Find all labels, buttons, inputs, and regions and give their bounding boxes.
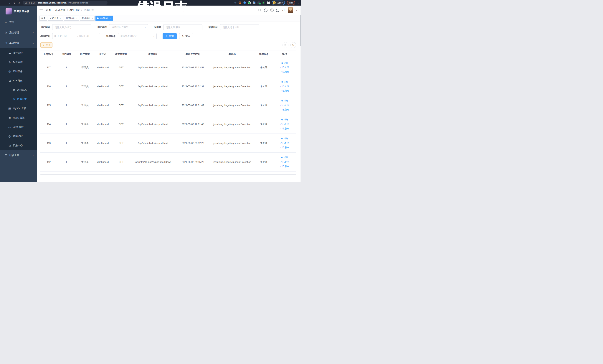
breadcrumb-item: 错误日志 [84, 9, 94, 12]
sidebar-item-trace[interactable]: ◎链路追踪 [0, 132, 37, 141]
action-processed[interactable]: ✓已处理 [280, 66, 289, 69]
bookmark-star-icon[interactable]: ☆ [234, 1, 237, 4]
extension-shield-icon[interactable] [244, 1, 246, 4]
user-type-select[interactable]: 请选择用户类型 ∨ [109, 24, 148, 30]
export-button[interactable]: ↧ 导出 [40, 42, 52, 48]
extensions-puzzle-icon[interactable] [267, 1, 270, 4]
sidebar-item-infra[interactable]: ⊞基础设施∧ [0, 38, 37, 48]
extension-grid-icon[interactable] [253, 1, 255, 4]
github-icon[interactable] [264, 9, 267, 12]
toggle-search-button[interactable] [282, 42, 289, 48]
font-size-icon[interactable]: TT [282, 9, 285, 12]
sidebar-item-file[interactable]: ☁文件管理 [0, 48, 37, 58]
sidebar-item-accesslog[interactable]: ⧉访问日志 [0, 85, 37, 94]
action-ignored[interactable]: ✓已忽略 [280, 165, 289, 168]
action-ignored[interactable]: ✓已忽略 [280, 146, 289, 149]
breadcrumb-item[interactable]: API 日志 [70, 9, 80, 12]
chevron-down-icon: ∨ [153, 35, 155, 37]
hamburger-icon[interactable] [39, 9, 43, 11]
cell-time: 2021-05-03 12:02:31 [176, 77, 210, 96]
action-detail[interactable]: 详细 [281, 99, 288, 102]
user-id-input[interactable] [52, 24, 91, 30]
action-processed[interactable]: ✓已处理 [280, 104, 289, 107]
action-processed[interactable]: ✓已处理 [280, 123, 289, 126]
cell-user-id: 1 [57, 58, 76, 77]
extension-adblock-icon[interactable] [239, 1, 241, 4]
sidebar-item-tool[interactable]: ⚒研发工具∨ [0, 150, 37, 161]
navbar-right-icons: ? TT ▾ [258, 7, 297, 13]
action-detail[interactable]: 详细 [281, 137, 288, 140]
tab-item[interactable]: 首页 [39, 16, 47, 21]
tab-item[interactable]: 错误日志× [95, 16, 113, 21]
extension-leaf-icon[interactable] [262, 1, 265, 4]
filter-row-1: 用户编号 用户类型 请选择用户类型 ∨ 应用名 请求地址 [40, 24, 296, 30]
profile-badge[interactable]: ☻ 已暂停 [272, 0, 285, 5]
horizontal-scrollbar[interactable] [40, 174, 296, 175]
security-label: 不安全 [28, 1, 35, 4]
tab-item[interactable]: 调度日志× [64, 16, 79, 21]
close-icon[interactable]: × [60, 17, 61, 20]
reset-button[interactable]: ↻ 重置 [179, 33, 193, 39]
tab-item[interactable]: 定时任务× [48, 16, 63, 21]
table-row: 1171管理员dashboardGET/api/infra/db-doc/exp… [40, 58, 296, 77]
forward-icon[interactable]: → [8, 1, 10, 4]
breadcrumb-item[interactable]: 首页 [46, 9, 51, 12]
exception-time-range[interactable]: ▦ 开始日期 - 结束日期 [52, 33, 100, 39]
sidebar-item-apilog[interactable]: ⧉API 日志∧ [0, 76, 37, 85]
sidebar-item-gear[interactable]: ⚙系统管理∨ [0, 27, 37, 38]
action-detail[interactable]: 详细 [281, 80, 288, 83]
refresh-table-button[interactable]: ↻ [290, 42, 296, 48]
cell-id: 113 [40, 134, 57, 153]
sidebar-item-mysql[interactable]: ▦MySQL 监控 [0, 104, 37, 113]
action-processed[interactable]: ✓已处理 [280, 141, 289, 145]
sidebar-item-label: 错误日志 [17, 97, 34, 101]
chevron-down-icon[interactable]: ▾ [296, 9, 297, 12]
request-url-input[interactable] [220, 24, 259, 30]
close-icon[interactable]: × [110, 17, 111, 20]
sidebar-item-java[interactable]: ▭Java 监控 [0, 122, 37, 132]
breadcrumb: 首页/基础设施/API 日志/错误日志 [46, 9, 94, 12]
action-ignored[interactable]: ✓已忽略 [280, 89, 289, 92]
action-detail[interactable]: 详细 [281, 118, 288, 121]
sidebar-item-errorlog[interactable]: ⧉错误日志 [0, 94, 37, 104]
extension-switch-icon[interactable] [257, 1, 260, 4]
scrollbar-thumb[interactable] [300, 15, 301, 46]
row-actions: 详细✓已处理✓已忽略 [274, 137, 295, 149]
sidebar-item-home[interactable]: ⌂首页 [0, 17, 37, 27]
sidebar-submenu: ☁文件管理✎配置管理◷定时任务⧉API 日志∧⧉访问日志⧉错误日志▦MySQL … [0, 48, 37, 150]
vertical-scrollbar[interactable] [300, 6, 302, 182]
search-icon[interactable] [258, 9, 261, 12]
action-ignored[interactable]: ✓已忽略 [280, 70, 289, 73]
action-ignored[interactable]: ✓已忽略 [280, 108, 289, 111]
help-icon[interactable]: ? [270, 9, 274, 12]
sidebar-item-config[interactable]: ✎配置管理 [0, 58, 37, 67]
close-icon[interactable]: × [92, 17, 93, 20]
update-button[interactable]: 更新 [287, 1, 295, 5]
tab-item[interactable]: 访问日志× [80, 16, 94, 21]
action-processed[interactable]: ✓已处理 [280, 85, 289, 88]
eye-icon [281, 119, 283, 121]
browser-menu-icon[interactable]: ⋮ [297, 1, 300, 4]
reload-icon[interactable]: ↻ [13, 1, 16, 4]
address-bar[interactable]: ⚠ 不安全 dashboard.yudao.iocoder.cn/infra/l… [23, 1, 107, 5]
home-icon[interactable]: ⌂ [19, 1, 20, 4]
action-detail[interactable]: 详细 [281, 156, 288, 159]
close-icon[interactable]: × [76, 17, 77, 20]
back-icon[interactable]: ← [2, 1, 5, 4]
action-ignored[interactable]: ✓已忽略 [280, 127, 289, 130]
sidebar-item-job[interactable]: ◷定时任务 [0, 67, 37, 76]
avatar[interactable] [288, 7, 293, 13]
process-status-select[interactable]: 请选择处理状态 ∨ [118, 33, 157, 39]
app-logo[interactable]: 芋道管理系统 [0, 6, 37, 17]
app-name-input[interactable] [163, 24, 202, 30]
action-processed[interactable]: ✓已处理 [280, 160, 289, 164]
cell-user-type: 管理员 [76, 134, 94, 153]
action-detail[interactable]: 详细 [281, 61, 288, 65]
extension-green-icon[interactable] [248, 1, 251, 4]
breadcrumb-item[interactable]: 基础设施 [55, 9, 65, 12]
sidebar-item-logcenter[interactable]: ⧉日志中心 [0, 141, 37, 150]
search-button[interactable]: 搜索 [162, 33, 177, 39]
cell-actions: 详细✓已处理✓已忽略 [273, 134, 296, 153]
sidebar-item-redis[interactable]: ≣Redis 监控 [0, 113, 37, 122]
fullscreen-icon[interactable] [276, 9, 279, 12]
